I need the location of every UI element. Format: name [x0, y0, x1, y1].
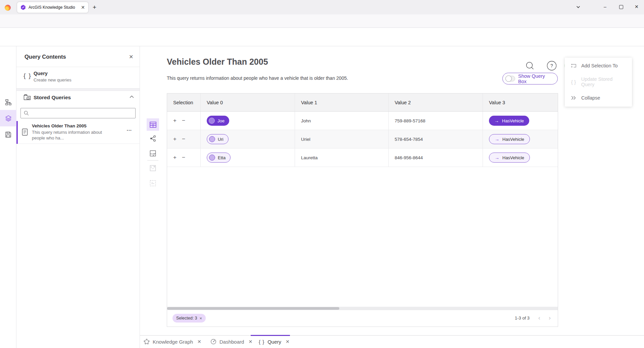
menu-item-add-selection-to[interactable]: Add Selection To	[565, 58, 632, 74]
row-select-add-button[interactable]: +	[173, 154, 177, 161]
panel-close-button[interactable]: ✕	[129, 54, 133, 60]
firefox-icon[interactable]	[5, 5, 11, 11]
table-options-menu: Add Selection To { } Update Stored Query…	[565, 58, 632, 107]
search-icon	[24, 111, 29, 116]
clear-selection-icon[interactable]: ×	[200, 316, 202, 321]
browser-titlebar: ArcGIS Knowledge Studio ✕ + – ✕	[0, 0, 644, 14]
layers-icon	[5, 115, 12, 122]
selection-extent-button[interactable]	[147, 177, 159, 189]
close-tab-icon[interactable]: ✕	[197, 339, 201, 344]
table-row[interactable]: + − Uri Uriel 578-654-7854 →HasVehicle	[167, 130, 558, 149]
horizontal-scrollbar[interactable]	[167, 307, 558, 310]
braces-icon: { }	[570, 79, 577, 85]
toggle-switch[interactable]	[505, 76, 515, 81]
new-tab-button[interactable]: +	[93, 4, 96, 10]
stored-query-options-button[interactable]: •••	[127, 129, 132, 132]
map-icon	[150, 150, 156, 157]
row-select-add-button[interactable]: +	[173, 136, 177, 142]
row-select-remove-button[interactable]: −	[182, 136, 185, 142]
table-icon	[150, 122, 156, 128]
tab-favicon-icon	[20, 5, 26, 10]
arrow-right-icon: →	[495, 155, 499, 160]
svg-text:?: ?	[550, 63, 553, 68]
table-row[interactable]: + − Joe John 759-889-57168 →HasVehicle	[167, 112, 558, 130]
entity-pill[interactable]: Joe	[207, 116, 229, 126]
toggle-knob	[505, 75, 512, 82]
tab-query[interactable]: { } Query ✕	[259, 335, 290, 348]
search-button[interactable]	[524, 60, 536, 71]
dashed-selection-icon	[150, 180, 156, 186]
stored-query-title: Vehicles Older Than 2005	[32, 123, 87, 128]
selected-count-chip[interactable]: Selected: 3 ×	[172, 314, 206, 323]
column-header-value1[interactable]: Value 1	[295, 94, 389, 111]
value2-cell: 578-654-7854	[389, 130, 483, 148]
window-close-button[interactable]: ✕	[635, 4, 639, 9]
chevron-up-icon[interactable]	[130, 95, 134, 98]
hierarchy-icon	[5, 99, 12, 106]
row-select-remove-button[interactable]: −	[182, 154, 185, 161]
value2-cell: 846-956-8644	[389, 149, 483, 167]
selected-indicator-bar	[16, 121, 18, 144]
table-row[interactable]: + − Etta Lauretta 846-956-8644 →HasVehic…	[167, 149, 558, 167]
column-header-value3[interactable]: Value 3	[483, 94, 558, 111]
tab-close-icon[interactable]: ✕	[81, 5, 85, 10]
arrow-right-icon: →	[494, 118, 499, 123]
braces-icon: { }	[259, 339, 264, 345]
query-results-table: Selection Value 0 Value 1 Value 2 Value …	[167, 93, 558, 327]
dashboard-gauge-icon	[210, 339, 216, 345]
entity-dot-icon	[209, 118, 215, 124]
next-page-button[interactable]: ›	[545, 313, 554, 323]
menu-item-update-stored-query[interactable]: { } Update Stored Query	[565, 74, 632, 90]
view-table-button[interactable]	[147, 118, 159, 131]
toolbar-divider	[147, 160, 158, 161]
column-header-value2[interactable]: Value 2	[389, 94, 483, 111]
stored-queries-title: Stored Queries	[34, 95, 71, 101]
table-footer: Selected: 3 × 1-3 of 3 ‹ ›	[167, 310, 558, 327]
column-header-value0[interactable]: Value 0	[201, 94, 295, 111]
value1-cell: Uriel	[295, 130, 389, 148]
row-select-add-button[interactable]: +	[173, 117, 177, 124]
entity-pill[interactable]: Etta	[207, 153, 231, 163]
browser-tab[interactable]: ArcGIS Knowledge Studio ✕	[17, 2, 88, 13]
window-minimize-button[interactable]: –	[604, 4, 606, 9]
table-header-row: Selection Value 0 Value 1 Value 2 Value …	[167, 94, 558, 112]
query-item-subtitle: Create new queries	[34, 77, 71, 82]
map-layers-icon	[150, 165, 156, 171]
column-header-selection[interactable]: Selection	[167, 94, 201, 111]
folder-icon	[23, 94, 31, 101]
rail-contents-button[interactable]	[0, 110, 16, 126]
entity-pill[interactable]: Uri	[207, 134, 229, 144]
left-rail	[0, 46, 16, 348]
stored-query-doc-icon	[21, 128, 28, 136]
relationship-pill[interactable]: →HasVehicle	[489, 134, 530, 144]
previous-page-button[interactable]: ‹	[535, 313, 544, 323]
close-tab-icon[interactable]: ✕	[286, 339, 290, 344]
relationship-pill[interactable]: →HasVehicle	[489, 153, 530, 163]
query-item-title: Query	[34, 71, 48, 76]
row-select-remove-button[interactable]: −	[182, 117, 185, 124]
view-map-button[interactable]	[147, 147, 159, 160]
tab-knowledge-graph[interactable]: Knowledge Graph ✕	[144, 335, 201, 348]
menu-item-collapse[interactable]: Collapse	[565, 90, 632, 106]
view-link-chart-button[interactable]	[147, 132, 159, 144]
scrollbar-thumb[interactable]	[167, 307, 339, 310]
braces-icon: { }	[23, 72, 32, 79]
app-header: Certification Project ? PL publisher2 la…	[0, 28, 644, 46]
stored-queries-search-input[interactable]	[20, 108, 136, 118]
add-to-map-button[interactable]	[147, 162, 159, 174]
help-button[interactable]: ?	[546, 60, 557, 71]
relationship-pill[interactable]: →HasVehicle	[489, 116, 529, 126]
show-query-box-toggle[interactable]: Show Query Box	[502, 73, 558, 84]
add-selection-icon	[570, 63, 577, 69]
tab-dashboard[interactable]: Dashboard ✕	[210, 335, 252, 348]
tab-list-dropdown-icon[interactable]	[576, 5, 581, 9]
entity-dot-icon	[209, 136, 215, 142]
rail-save-button[interactable]	[0, 126, 16, 143]
double-chevron-right-icon	[570, 96, 577, 100]
entity-dot-icon	[209, 155, 215, 161]
close-tab-icon[interactable]: ✕	[248, 339, 252, 344]
rail-data-model-button[interactable]	[0, 94, 16, 110]
window-maximize-button[interactable]	[619, 5, 623, 9]
application-window: ArcGIS Knowledge Studio ✕ + – ✕ https	[0, 0, 644, 348]
value1-cell: Lauretta	[295, 149, 389, 167]
